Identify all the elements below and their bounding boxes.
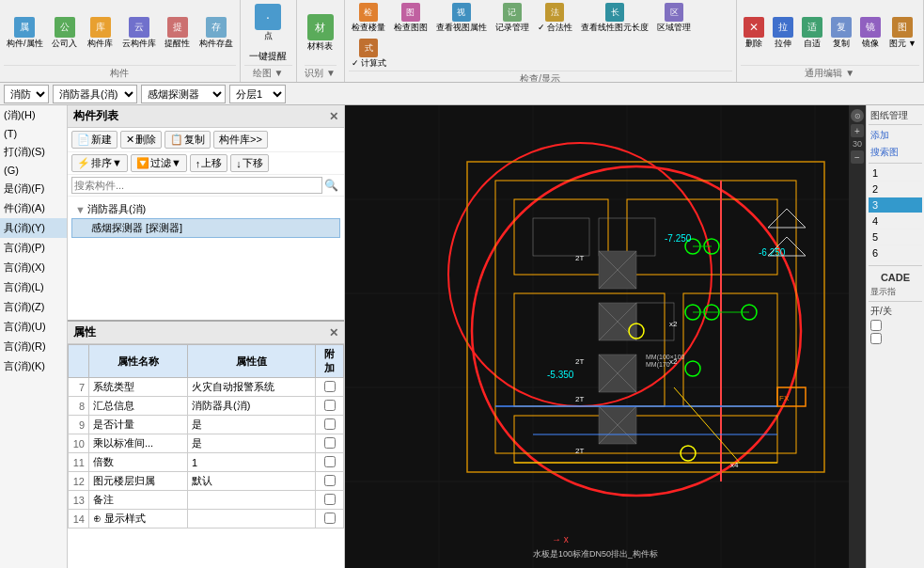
tree-parent-node[interactable]: ▼ 消防器具(消) — [71, 200, 340, 218]
prop-value[interactable] — [188, 510, 316, 529]
left-nav-item-y[interactable]: 具(消)(Y) — [0, 218, 67, 238]
btn-component-attr[interactable]: 属 构件/属性 — [4, 15, 46, 52]
prop-value[interactable]: 是 — [188, 434, 316, 453]
btn-copy-edit[interactable]: 复 复制 — [828, 16, 854, 51]
prop-value[interactable]: 是 — [188, 416, 316, 434]
btn-filter[interactable]: 🔽 过滤▼ — [131, 154, 187, 172]
btn-element[interactable]: 图 图元 ▼ — [886, 16, 919, 51]
btn-move-up[interactable]: ↑ 上移 — [190, 154, 228, 172]
page-num-6[interactable]: 6 — [869, 245, 922, 261]
table-row[interactable]: 9 是否计量 是 — [69, 416, 344, 434]
prop-checkbox[interactable] — [324, 513, 336, 524]
zoom-in-btn[interactable]: + — [851, 124, 864, 137]
left-nav-item-t[interactable]: (T) — [0, 125, 67, 142]
btn-cloud-lib[interactable]: 云 云构件库 — [119, 15, 159, 52]
btn-move-down[interactable]: ↓ 下移 — [230, 154, 269, 172]
left-nav-item-z[interactable]: 言(消)(Z) — [0, 297, 67, 317]
prop-value[interactable]: 火灾自动报警系统 — [188, 378, 316, 397]
prop-checkbox-cell[interactable] — [316, 434, 344, 453]
dropdown-component-type[interactable]: 消防器具(消) — [53, 85, 137, 103]
btn-remind[interactable]: 提 提醒性 — [161, 15, 195, 52]
prop-value[interactable]: 默认 — [188, 472, 316, 491]
btn-mirror[interactable]: 镜 镜像 — [857, 16, 884, 51]
table-row[interactable]: 11 倍数 1 — [69, 453, 344, 472]
left-nav-item-a[interactable]: 件(消)(A) — [0, 198, 67, 218]
btn-calc-formula[interactable]: 式 ✓ 计算式 — [349, 38, 390, 71]
search-button[interactable]: 🔍 — [322, 179, 340, 192]
left-nav-item-u[interactable]: 言(消)(U) — [0, 317, 67, 337]
toggle-checkbox-1[interactable] — [869, 319, 922, 332]
btn-point[interactable]: · 点 — [252, 2, 284, 44]
zoom-tool[interactable]: ⊙ — [851, 109, 864, 122]
btn-component-lib[interactable]: 库 构件库 — [84, 15, 117, 52]
table-row[interactable]: 13 备注 — [69, 491, 344, 510]
btn-auto-fit[interactable]: 适 自适 — [799, 16, 825, 51]
left-nav-item-s[interactable]: 打(消)(S) — [0, 142, 67, 162]
search-input[interactable] — [71, 177, 322, 194]
dropdown-layer[interactable]: 分层1 — [229, 85, 286, 103]
checkbox-2[interactable] — [870, 333, 882, 344]
page-num-4[interactable]: 4 — [869, 213, 922, 229]
btn-save-component[interactable]: 存 构件存盘 — [196, 15, 236, 52]
btn-new-component[interactable]: 📄 新建 — [71, 131, 117, 149]
table-row[interactable]: 7 系统类型 火灾自动报警系统 — [69, 378, 344, 397]
prop-checkbox-cell[interactable] — [316, 378, 344, 397]
table-row[interactable]: 8 汇总信息 消防器具(消) — [69, 397, 344, 416]
table-row[interactable]: 14 ⊕ 显示样式 — [69, 510, 344, 529]
prop-checkbox-cell[interactable] — [316, 453, 344, 472]
prop-value[interactable]: 1 — [188, 453, 316, 472]
prop-checkbox-cell[interactable] — [316, 491, 344, 510]
btn-copy-component[interactable]: 📋 复制 — [164, 131, 211, 149]
checkbox-1[interactable] — [870, 320, 882, 331]
prop-checkbox[interactable] — [324, 418, 336, 430]
dropdown-component-name[interactable]: 感烟探测器 — [141, 85, 226, 103]
left-nav-item-k[interactable]: 言(消)(K) — [0, 356, 67, 376]
btn-area-mgmt[interactable]: 区 区域管理 — [654, 2, 694, 35]
btn-check-qty[interactable]: 检 检查楼量 — [349, 2, 388, 35]
left-nav-item-h[interactable]: (消)(H) — [0, 105, 67, 125]
table-row[interactable]: 10 乘以标准间... 是 — [69, 434, 344, 453]
left-nav-item-x[interactable]: 言(消)(X) — [0, 258, 67, 277]
btn-view-layer-attr[interactable]: 视 查看视图属性 — [433, 2, 490, 35]
btn-record-mgmt[interactable]: 记 记录管理 — [493, 2, 532, 35]
left-nav-item-p[interactable]: 言(消)(P) — [0, 238, 67, 258]
prop-checkbox-cell[interactable] — [316, 397, 344, 416]
page-num-1[interactable]: 1 — [869, 166, 922, 181]
btn-add-drawing[interactable]: 添加 — [869, 127, 922, 144]
table-row[interactable]: 12 图元楼层归属 默认 — [69, 472, 344, 491]
left-nav-item-g[interactable]: (G) — [0, 162, 67, 179]
prop-checkbox[interactable] — [324, 456, 336, 467]
btn-sort[interactable]: ⚡ 排序▼ — [71, 154, 128, 172]
canvas-area[interactable]: -7.250 -5.350 -6.250 2T 2T 2T 2T x2 x2 x… — [345, 105, 866, 568]
btn-delete-component[interactable]: ✕ 删除 — [120, 131, 162, 149]
btn-company-in[interactable]: 公 公司入 — [48, 15, 82, 52]
btn-stretch[interactable]: 拉 拉伸 — [770, 16, 796, 51]
btn-quick-remind[interactable]: 一键提醒 — [246, 48, 290, 65]
prop-checkbox[interactable] — [324, 381, 336, 392]
tree-child-node-selected[interactable]: 感烟探测器 [探测器] — [71, 218, 340, 238]
dropdown-category[interactable]: 消防 — [4, 85, 49, 103]
btn-search-drawing[interactable]: 搜索图 — [869, 144, 922, 161]
prop-checkbox[interactable] — [324, 475, 336, 486]
btn-delete[interactable]: ✕ 删除 — [741, 16, 767, 51]
left-nav-item-f[interactable]: 是(消)(F) — [0, 179, 67, 198]
page-num-5[interactable]: 5 — [869, 229, 922, 245]
prop-checkbox-cell[interactable] — [316, 472, 344, 491]
prop-checkbox[interactable] — [324, 494, 336, 505]
prop-checkbox-cell[interactable] — [316, 416, 344, 434]
prop-checkbox[interactable] — [324, 400, 336, 411]
btn-legality[interactable]: 法 ✓ 合法性 — [535, 2, 576, 35]
prop-checkbox[interactable] — [324, 437, 336, 449]
close-comp-list-icon[interactable]: ✕ — [329, 110, 338, 123]
page-num-2[interactable]: 2 — [869, 181, 922, 197]
btn-material-table[interactable]: 材 材料表 — [305, 12, 337, 55]
zoom-out-btn[interactable]: − — [851, 150, 864, 164]
btn-view-line-len[interactable]: 长 查看线性图元长度 — [578, 2, 651, 35]
toggle-checkbox-2[interactable] — [869, 332, 922, 345]
close-properties-icon[interactable]: ✕ — [329, 326, 338, 339]
prop-value[interactable] — [188, 491, 316, 510]
left-nav-item-r[interactable]: 言(消)(R) — [0, 337, 67, 356]
btn-check-drawing[interactable]: 图 检查图图 — [391, 2, 431, 35]
left-nav-item-l[interactable]: 言(消)(L) — [0, 277, 67, 297]
page-num-3[interactable]: 3 — [869, 197, 922, 213]
